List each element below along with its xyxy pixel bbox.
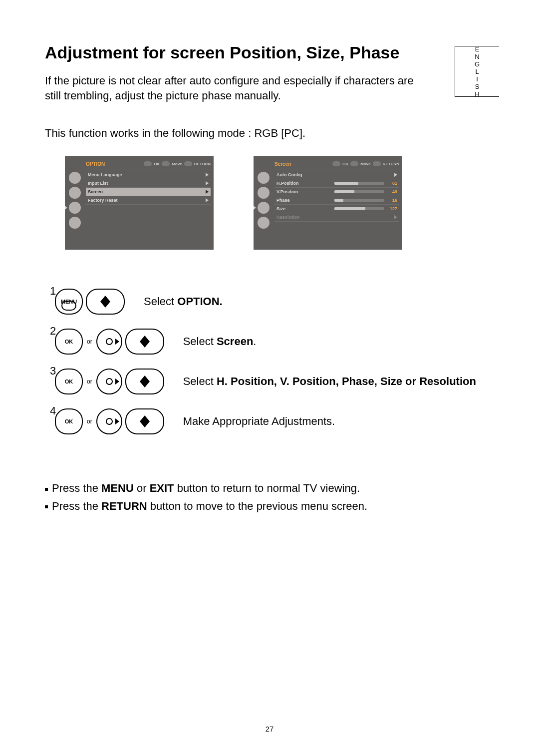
- intro-paragraph: If the picture is not clear after auto c…: [45, 73, 424, 103]
- option-icon: [258, 202, 270, 214]
- osd-hints: OK Move RETURN: [332, 161, 399, 166]
- option-icon: [69, 202, 81, 214]
- ok-button: OK: [55, 369, 83, 394]
- menu-button: MENU: [55, 289, 83, 315]
- svg-marker-3: [206, 198, 209, 202]
- osd-row-label: Screen: [88, 189, 103, 194]
- ok-button: OK: [55, 329, 83, 355]
- svg-marker-15: [140, 415, 150, 421]
- svg-marker-11: [115, 378, 119, 384]
- up-down-button: [125, 408, 164, 434]
- up-down-button: [125, 369, 164, 394]
- step-number: 1: [50, 285, 56, 298]
- svg-marker-0: [206, 173, 209, 177]
- svg-marker-12: [140, 376, 150, 381]
- osd-row-label: Phase: [276, 198, 290, 203]
- up-down-button: [125, 329, 164, 355]
- osd-row: H.Position61: [274, 179, 399, 188]
- up-down-button: [86, 289, 125, 315]
- osd-row: Auto Config: [274, 171, 399, 179]
- setup-icon: [69, 217, 81, 229]
- osd-row-label: Resolution: [276, 215, 300, 220]
- sound-icon: [258, 187, 270, 199]
- slider: [334, 207, 384, 210]
- osd-option-menu: OPTION OK Move RETURN Menu LanguageInput…: [65, 156, 214, 250]
- osd-row-label: Factory Reset: [88, 198, 118, 203]
- step-number: 4: [50, 404, 56, 417]
- svg-marker-7: [100, 302, 110, 308]
- mode-line: This function works in the following mod…: [45, 127, 494, 140]
- sound-icon: [69, 187, 81, 199]
- osd-row-label: Auto Config: [276, 172, 302, 177]
- step-1: 1 MENU Select OPTION.: [48, 289, 494, 315]
- joystick-button: [96, 408, 122, 434]
- step-text: Make Appropriate Adjustments.: [183, 415, 494, 428]
- step-3: 3 OK or Select H. Position, V. Position,…: [48, 369, 494, 394]
- osd-row: Input List: [86, 179, 211, 188]
- page-number: 27: [0, 725, 539, 733]
- slider-value: 16: [386, 198, 397, 203]
- svg-marker-6: [100, 296, 110, 302]
- step-4: 4 OK or Make Appropriate Adjustments.: [48, 408, 494, 434]
- slider: [334, 199, 384, 202]
- step-number: 3: [50, 365, 56, 378]
- osd-row: Factory Reset: [86, 196, 211, 205]
- setup-icon: [258, 217, 270, 229]
- slider-value: 61: [386, 181, 397, 186]
- osd-title: OPTION: [86, 161, 105, 167]
- footer-notes: Press the MENU or EXIT button to return …: [45, 479, 494, 514]
- osd-row: Size127: [274, 205, 399, 213]
- svg-marker-5: [394, 215, 397, 219]
- step-text: Select H. Position, V. Position, Phase, …: [183, 375, 494, 388]
- svg-marker-16: [140, 421, 150, 427]
- svg-marker-13: [140, 381, 150, 387]
- joystick-button: [96, 369, 122, 394]
- osd-row-label: Input List: [88, 181, 108, 186]
- slider: [334, 190, 384, 193]
- svg-marker-10: [140, 342, 150, 348]
- ok-button: OK: [55, 408, 83, 434]
- osd-row-label: Menu Language: [88, 172, 122, 177]
- svg-marker-8: [115, 339, 119, 345]
- step-text: Select OPTION.: [144, 295, 494, 308]
- svg-marker-14: [115, 418, 119, 424]
- or-label: or: [87, 378, 92, 385]
- picture-icon: [69, 172, 81, 184]
- or-label: or: [87, 418, 92, 425]
- osd-row-label: V.Position: [276, 189, 298, 194]
- joystick-button: [96, 329, 122, 355]
- osd-row: Resolution: [274, 213, 399, 222]
- step-2: 2 OK or Select Screen.: [48, 329, 494, 355]
- osd-screen-menu: Screen OK Move RETURN Auto ConfigH.Posit…: [254, 156, 402, 250]
- svg-marker-9: [140, 336, 150, 342]
- osd-row: V.Position49: [274, 188, 399, 196]
- page-title: Adjustment for screen Position, Size, Ph…: [45, 43, 494, 62]
- svg-marker-1: [206, 181, 209, 185]
- slider-value: 49: [386, 189, 397, 194]
- svg-marker-2: [206, 190, 209, 194]
- osd-title: Screen: [274, 161, 291, 167]
- osd-row: Menu Language: [86, 171, 211, 179]
- osd-row-label: Size: [276, 206, 285, 211]
- svg-marker-4: [394, 173, 397, 177]
- osd-row: Phase16: [274, 196, 399, 205]
- osd-row: Screen: [86, 188, 211, 196]
- or-label: or: [87, 338, 92, 345]
- osd-row-label: H.Position: [276, 181, 299, 186]
- step-number: 2: [50, 325, 56, 338]
- slider-value: 127: [386, 206, 397, 211]
- picture-icon: [258, 172, 270, 184]
- slider: [334, 182, 384, 185]
- osd-hints: OK Move RETURN: [144, 161, 211, 166]
- step-text: Select Screen.: [183, 335, 494, 348]
